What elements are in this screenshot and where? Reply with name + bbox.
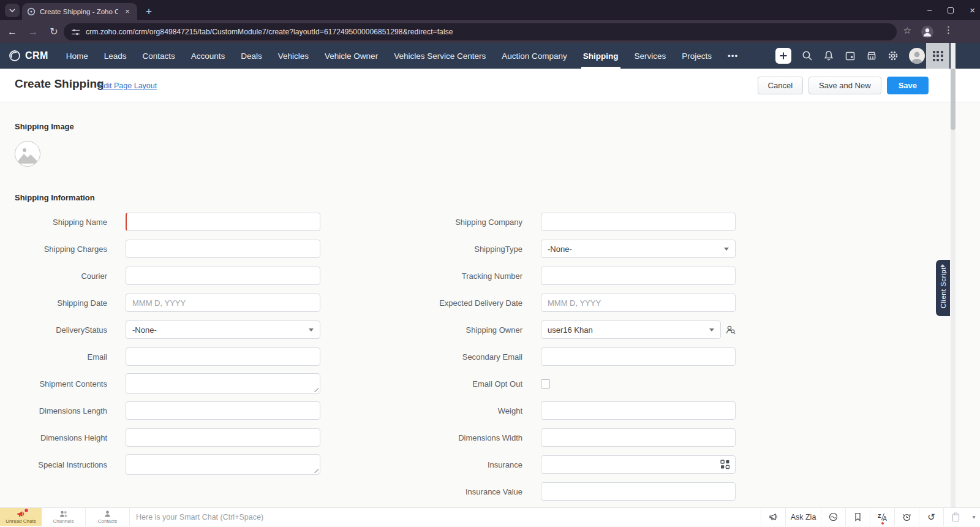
apps-grid-button[interactable] [926, 43, 949, 69]
chat-tab-channels[interactable]: Channels [42, 508, 86, 526]
chevron-down-icon [709, 328, 714, 332]
email-opt-out-checkbox[interactable] [541, 379, 550, 389]
nav-item-services[interactable]: Services [627, 43, 674, 69]
clipboard-button[interactable] [943, 508, 968, 526]
alarm-icon [902, 512, 911, 521]
browser-menu-icon[interactable]: ⋮ [944, 25, 953, 36]
field-row-expected-delivery-date: Expected Delivery Date [404, 289, 747, 316]
zia-button[interactable] [821, 508, 845, 526]
chat-tab-label: Channels [53, 518, 74, 524]
weight-input-box [541, 401, 736, 420]
field-control-email [126, 347, 320, 366]
tab-close-icon[interactable]: × [123, 7, 132, 17]
field-row-shipping-charges: Shipping Charges [0, 235, 343, 262]
nav-item-auction-company[interactable]: Auction Company [494, 43, 575, 69]
ask-zia-button[interactable]: Ask Zia [785, 508, 821, 526]
field-control-insurance-value [541, 482, 736, 501]
insurance-lookup-button[interactable] [720, 460, 730, 472]
new-tab-button[interactable]: + [142, 6, 156, 19]
courier-input[interactable] [126, 267, 320, 284]
back-button[interactable]: ← [4, 23, 21, 40]
shipment-contents-textarea[interactable] [126, 374, 320, 393]
shipping-company-input[interactable] [541, 213, 735, 230]
bookmark-star-icon[interactable]: ☆ [903, 25, 911, 36]
profile-icon [921, 25, 934, 39]
field-row-dimensions-width: Dimensions Width [404, 424, 747, 451]
shipping-owner-user-lookup-button[interactable] [726, 325, 736, 335]
apps-grid-icon [933, 51, 943, 61]
save-and-new-button[interactable]: Save and New [809, 77, 881, 94]
calendar-icon[interactable] [845, 50, 856, 61]
shipping-owner-select[interactable]: user16 Khan [541, 320, 721, 339]
quick-create-button[interactable] [775, 48, 791, 64]
tab-search-button[interactable] [5, 4, 20, 17]
browser-profile-button[interactable] [919, 23, 936, 40]
nav-item-leads[interactable]: Leads [96, 43, 135, 69]
email-input[interactable] [126, 348, 320, 365]
chat-tab-unread-chats[interactable]: Unread Chats [0, 508, 42, 526]
nav-item-contacts[interactable]: Contacts [134, 43, 183, 69]
dimensions-length-input[interactable] [126, 402, 320, 419]
nav-item-home[interactable]: Home [58, 43, 96, 69]
deliverystatus-selected-value: -None- [126, 325, 309, 335]
expected-delivery-date-input[interactable] [541, 294, 735, 311]
chatbar-collapse-button[interactable]: ▾ [968, 508, 980, 526]
secondary-email-input[interactable] [541, 348, 735, 365]
weight-input[interactable] [541, 402, 735, 419]
nav-item-accounts[interactable]: Accounts [183, 43, 233, 69]
edit-page-layout-link[interactable]: Edit Page Layout [99, 82, 157, 90]
form-column-right: Shipping CompanyShippingType-None-Tracki… [404, 208, 747, 505]
nav-item-vehicles[interactable]: Vehicles [270, 43, 317, 69]
user-avatar[interactable] [909, 48, 925, 64]
dimensions-width-input[interactable] [541, 429, 735, 446]
field-label-shipping-company: Shipping Company [404, 218, 522, 227]
chat-tab-contacts[interactable]: Contacts [86, 508, 130, 526]
dimensions-height-input[interactable] [126, 429, 320, 446]
nav-item-vehicle-owner[interactable]: Vehicle Owner [317, 43, 386, 69]
client-script-tab[interactable]: Client Script [936, 260, 950, 316]
nav-item-shipping[interactable]: Shipping [575, 43, 627, 69]
history-button[interactable]: ↺ [919, 508, 943, 526]
nav-item-vehicles-service-centers[interactable]: Vehicles Service Centers [386, 43, 494, 69]
insurance-input[interactable] [541, 456, 735, 473]
shippingtype-select[interactable]: -None- [541, 240, 736, 258]
tracking-number-input[interactable] [541, 267, 735, 284]
shipping-name-input[interactable] [127, 213, 320, 230]
browser-tab[interactable]: Create Shipping - Zoho CRM × [22, 3, 137, 20]
nav-more-icon[interactable]: ••• [720, 43, 746, 69]
site-settings-icon[interactable] [71, 28, 80, 37]
settings-gear-icon[interactable] [888, 50, 899, 61]
reload-button[interactable]: ↻ [45, 23, 62, 40]
bookmark-button[interactable] [845, 508, 870, 526]
insurance-value-input[interactable] [541, 483, 735, 500]
crm-brand[interactable]: CRM [0, 50, 58, 62]
scrollbar-thumb[interactable] [951, 69, 956, 130]
field-label-courier: Courier [0, 271, 107, 281]
megaphone-button[interactable] [761, 508, 785, 526]
smart-chat-input[interactable]: Here is your Smart Chat (Ctrl+Space) [130, 508, 761, 526]
shipping-image-upload[interactable] [15, 141, 40, 167]
minimize-button[interactable]: – [927, 6, 932, 15]
translate-button[interactable]: ZA [870, 508, 894, 526]
deliverystatus-select[interactable]: -None- [126, 320, 320, 339]
notifications-bell-icon[interactable] [823, 50, 834, 61]
special-instructions-textarea[interactable] [126, 455, 320, 474]
shipping-date-input[interactable] [126, 294, 320, 311]
shipping-charges-input[interactable] [126, 240, 320, 257]
nav-item-deals[interactable]: Deals [233, 43, 270, 69]
cancel-button[interactable]: Cancel [758, 77, 803, 94]
address-bar[interactable]: crm.zoho.com/crm/org849847215/tab/Custom… [64, 23, 897, 40]
browser-toolbar: ← → ↻ crm.zoho.com/crm/org849847215/tab/… [0, 20, 980, 43]
close-button[interactable]: × [970, 5, 975, 15]
field-label-dimensions-width: Dimensions Width [404, 433, 522, 442]
field-row-shipping-company: Shipping Company [404, 208, 747, 235]
form-content: Shipping Image Shipping Information Ship… [0, 102, 951, 507]
search-icon[interactable] [802, 50, 813, 61]
maximize-button[interactable] [948, 7, 954, 13]
marketplace-icon[interactable] [866, 50, 877, 61]
save-button[interactable]: Save [887, 77, 929, 94]
forward-button[interactable]: → [24, 23, 42, 40]
nav-item-projects[interactable]: Projects [674, 43, 720, 69]
alarm-button[interactable] [894, 508, 919, 526]
client-script-label: Client Script [940, 267, 947, 308]
